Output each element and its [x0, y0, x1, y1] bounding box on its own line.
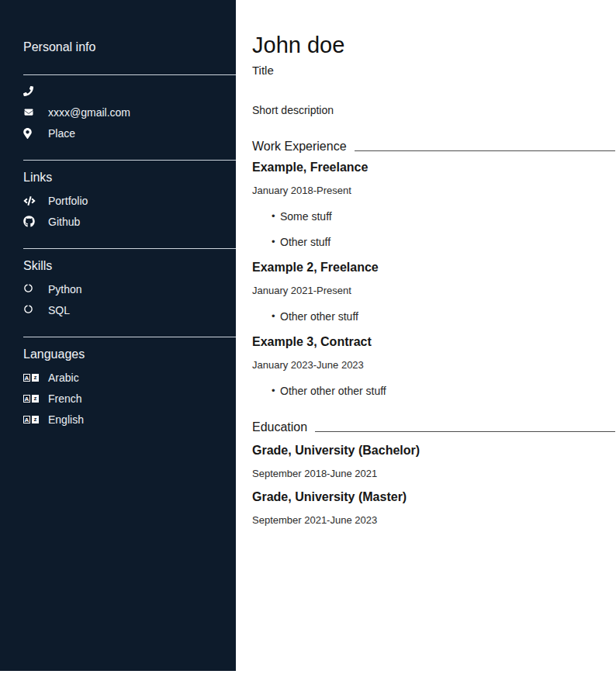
links-heading: Links	[23, 171, 236, 185]
education-entry-title: Grade, University (Master)	[252, 490, 615, 504]
contact-phone-row	[23, 81, 236, 102]
languages-heading: Languages	[23, 347, 236, 361]
language-label: Arabic	[48, 372, 79, 384]
language-label: English	[48, 413, 84, 426]
bullet-item: Other other other stuff	[252, 385, 615, 397]
section-rule	[315, 431, 615, 432]
phone-icon	[23, 86, 39, 96]
circle-notch-icon	[23, 284, 39, 294]
person-name: John doe	[252, 33, 615, 58]
skills-list: Python SQL	[23, 278, 236, 320]
skill-label: Python	[48, 283, 82, 296]
sidebar-divider	[23, 160, 236, 161]
skill-item: Python	[23, 278, 236, 299]
section-rule	[355, 150, 615, 151]
link-portfolio[interactable]: Portfolio	[23, 190, 236, 211]
language-item: Az English	[23, 409, 236, 430]
work-entry-period: January 2023-June 2023	[252, 359, 615, 371]
education-entry-period: September 2018-June 2021	[252, 468, 615, 479]
github-link-label[interactable]: Github	[48, 216, 80, 228]
github-icon	[23, 216, 39, 227]
sidebar: Personal info xxxx@gmail.com Place Links	[0, 0, 236, 671]
person-title: Title	[252, 64, 615, 77]
language-label: French	[48, 392, 82, 405]
education-label: Education	[252, 420, 307, 434]
language-item: Az French	[23, 388, 236, 409]
skills-heading: Skills	[23, 259, 236, 273]
circle-notch-icon	[23, 305, 39, 315]
bullet-item: Other stuff	[252, 236, 615, 248]
contact-list: xxxx@gmail.com Place	[23, 81, 236, 143]
work-entry-bullets: Some stuff Other stuff	[252, 210, 615, 248]
work-entry-bullets: Other other other stuff	[252, 385, 615, 397]
work-experience-label: Work Experience	[252, 140, 347, 154]
place-value: Place	[48, 127, 75, 140]
link-github[interactable]: Github	[23, 211, 236, 232]
work-entry-period: January 2018-Present	[252, 185, 615, 196]
education-entry-title: Grade, University (Bachelor)	[252, 444, 615, 458]
work-entry-title: Example, Freelance	[252, 161, 615, 175]
language-item: Az Arabic	[23, 367, 236, 388]
location-pin-icon	[23, 128, 39, 139]
skill-label: SQL	[48, 304, 70, 316]
education-entry-period: September 2021-June 2023	[252, 514, 615, 526]
languages-list: Az Arabic Az French Az English	[23, 367, 236, 430]
personal-info-heading: Personal info	[23, 40, 236, 54]
work-experience-header: Work Experience	[252, 140, 615, 154]
sidebar-divider	[23, 337, 236, 337]
resume-main: John doe Title Short description Work Ex…	[236, 0, 616, 674]
language-icon: Az	[23, 395, 39, 403]
code-icon	[23, 196, 39, 206]
contact-place-row: Place	[23, 123, 236, 143]
language-icon: Az	[23, 374, 39, 382]
education-header: Education	[252, 420, 615, 434]
links-list: Portfolio Github	[23, 190, 236, 232]
short-description: Short description	[252, 104, 615, 116]
work-entry-period: January 2021-Present	[252, 285, 615, 296]
work-entry-title: Example 3, Contract	[252, 335, 615, 349]
envelope-icon	[23, 108, 39, 116]
sidebar-divider	[23, 248, 236, 249]
contact-email-row[interactable]: xxxx@gmail.com	[23, 102, 236, 123]
portfolio-link-label[interactable]: Portfolio	[48, 195, 88, 207]
bullet-item: Some stuff	[252, 210, 615, 223]
bullet-item: Other other stuff	[252, 310, 615, 323]
sidebar-divider	[23, 74, 236, 75]
work-entry-title: Example 2, Freelance	[252, 261, 615, 275]
skill-item: SQL	[23, 299, 236, 320]
email-value[interactable]: xxxx@gmail.com	[48, 106, 130, 119]
language-icon: Az	[23, 416, 39, 423]
work-entry-bullets: Other other stuff	[252, 310, 615, 323]
